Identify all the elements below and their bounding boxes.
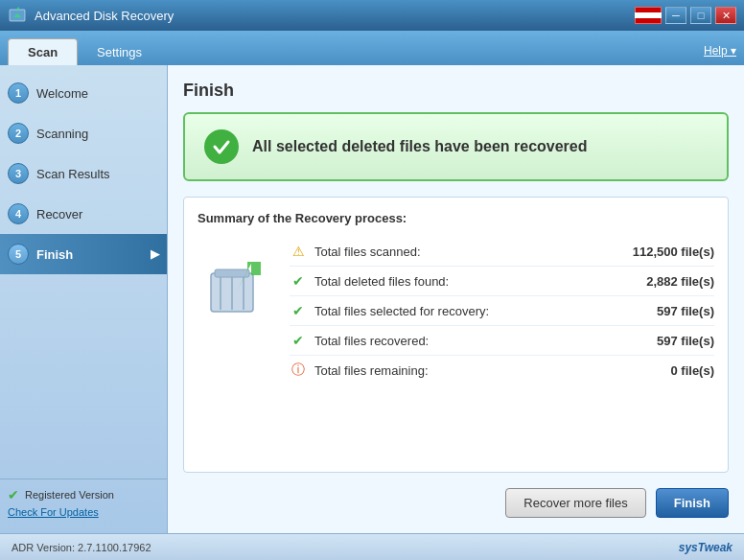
step-circle-1: 1 <box>8 82 29 104</box>
recovery-icon <box>201 245 270 323</box>
summary-content: ⚠ Total files scanned: 112,500 file(s) ✔… <box>198 237 714 385</box>
recovery-illustration <box>198 237 274 385</box>
row-value-2: 597 file(s) <box>618 304 714 318</box>
summary-box: Summary of the Recovery process: <box>183 197 729 473</box>
sidebar: 1 Welcome 2 Scanning 3 Scan Results 4 Re… <box>0 65 168 533</box>
sidebar-spacer <box>0 274 167 478</box>
summary-rows: ⚠ Total files scanned: 112,500 file(s) ✔… <box>290 237 714 385</box>
title-bar-left: Advanced Disk Recovery <box>8 6 174 25</box>
sidebar-label-scan-results: Scan Results <box>36 167 110 181</box>
maximize-button[interactable]: □ <box>690 7 711 24</box>
row-value-3: 597 file(s) <box>618 334 714 348</box>
table-row: ✔ Total deleted files found: 2,882 file(… <box>290 267 714 296</box>
check-updates-link[interactable]: Check For Updates <box>8 506 159 518</box>
systweak-logo: sysTweak <box>679 541 732 554</box>
tabs: Scan Settings <box>8 38 161 65</box>
recover-more-button[interactable]: Recover more files <box>505 488 645 518</box>
flag-icon: EN <box>635 7 662 24</box>
title-bar-controls: EN ─ □ ✕ <box>635 7 736 24</box>
info-icon: ⓘ <box>290 362 307 379</box>
row-value-0: 112,500 file(s) <box>618 245 714 259</box>
app-icon <box>8 6 27 25</box>
table-row: ⓘ Total files remaining: 0 file(s) <box>290 356 714 385</box>
success-message: All selected deleted files have been rec… <box>252 138 588 155</box>
app-title: Advanced Disk Recovery <box>35 9 174 23</box>
sidebar-arrow-icon: ▶ <box>151 247 159 261</box>
row-label-4: Total files remaining: <box>314 363 611 378</box>
success-icon-3: ✔ <box>290 332 307 349</box>
step-circle-4: 4 <box>8 203 29 224</box>
registered-status: ✔ Registered Version <box>8 487 159 502</box>
table-row: ⚠ Total files scanned: 112,500 file(s) <box>290 237 714 267</box>
checkmark-icon <box>211 136 232 157</box>
sidebar-item-recover[interactable]: 4 Recover <box>0 194 167 234</box>
sidebar-label-welcome: Welcome <box>36 86 88 101</box>
main-layout: 1 Welcome 2 Scanning 3 Scan Results 4 Re… <box>0 65 744 533</box>
tab-scan[interactable]: Scan <box>8 38 78 65</box>
table-row: ✔ Total files recovered: 597 file(s) <box>290 326 714 356</box>
action-buttons: Recover more files Finish <box>183 488 729 518</box>
tab-bar: Scan Settings Help ▾ <box>0 31 744 65</box>
row-label-3: Total files recovered: <box>314 334 611 348</box>
success-banner: All selected deleted files have been rec… <box>183 112 729 181</box>
success-icon-1: ✔ <box>290 272 307 290</box>
sidebar-label-scanning: Scanning <box>36 127 88 141</box>
sidebar-item-finish[interactable]: 5 Finish ▶ <box>0 234 167 274</box>
svg-rect-2 <box>215 269 249 277</box>
tab-settings[interactable]: Settings <box>78 39 161 65</box>
minimize-button[interactable]: ─ <box>665 7 686 24</box>
bottom-bar: ADR Version: 2.7.1100.17962 sysTweak <box>0 533 744 560</box>
page-title: Finish <box>183 81 729 101</box>
row-label-2: Total files selected for recovery: <box>314 304 611 318</box>
success-icon-2: ✔ <box>290 302 307 319</box>
step-circle-3: 3 <box>8 163 29 184</box>
registered-label: Registered Version <box>25 489 114 501</box>
version-text: ADR Version: 2.7.1100.17962 <box>12 542 151 553</box>
registered-check-icon: ✔ <box>8 487 19 502</box>
row-value-4: 0 file(s) <box>618 363 714 378</box>
finish-button[interactable]: Finish <box>656 488 729 518</box>
row-label-1: Total deleted files found: <box>314 274 611 289</box>
sidebar-item-scan-results[interactable]: 3 Scan Results <box>0 153 167 194</box>
row-label-0: Total files scanned: <box>314 245 611 259</box>
close-button[interactable]: ✕ <box>715 7 736 24</box>
success-icon <box>204 129 239 164</box>
step-circle-5: 5 <box>8 244 29 265</box>
sidebar-item-welcome[interactable]: 1 Welcome <box>0 73 167 113</box>
help-menu[interactable]: Help ▾ <box>704 44 736 65</box>
sidebar-label-recover: Recover <box>36 207 82 222</box>
content-area: Finish All selected deleted files have b… <box>168 65 744 533</box>
summary-title: Summary of the Recovery process: <box>198 211 714 225</box>
sidebar-bottom: ✔ Registered Version Check For Updates <box>0 478 167 525</box>
step-circle-2: 2 <box>8 123 29 144</box>
row-value-1: 2,882 file(s) <box>618 274 714 289</box>
warning-icon: ⚠ <box>290 243 307 260</box>
table-row: ✔ Total files selected for recovery: 597… <box>290 296 714 326</box>
sidebar-label-finish: Finish <box>36 247 73 262</box>
title-bar: Advanced Disk Recovery EN ─ □ ✕ <box>0 0 744 31</box>
sidebar-item-scanning[interactable]: 2 Scanning <box>0 113 167 153</box>
